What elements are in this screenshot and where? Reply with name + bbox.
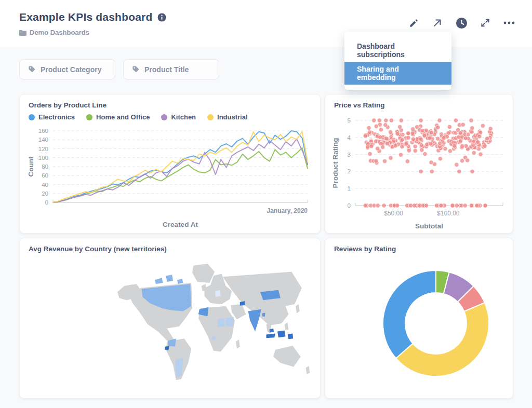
legend-item-industrial[interactable]: Industrial	[207, 113, 248, 121]
card-title[interactable]: Avg Revenue by Country (new territories)	[29, 245, 167, 253]
card-title[interactable]: Reviews by Rating	[334, 245, 396, 253]
share-arrow-icon[interactable]	[431, 17, 444, 29]
svg-text:4: 4	[348, 134, 351, 141]
svg-text:January, 2020: January, 2020	[267, 207, 308, 214]
legend-label: Industrial	[217, 113, 248, 121]
country-shape	[212, 336, 216, 340]
world-choropleth-map[interactable]	[114, 255, 317, 391]
card-orders-by-product-line: Orders by Product Line ElectronicsHome a…	[19, 94, 321, 234]
info-icon[interactable]	[157, 13, 166, 22]
menu-item-dashboard-subscriptions[interactable]: Dashboard subscriptions	[344, 39, 451, 62]
country-shape	[226, 317, 234, 327]
country-shape	[165, 346, 169, 350]
collection-folder-icon	[19, 30, 26, 36]
svg-text:1: 1	[348, 185, 351, 192]
filter-bar: Product Category Product Title	[19, 59, 219, 79]
svg-text:Subtotal: Subtotal	[415, 222, 443, 230]
country-shape	[215, 290, 221, 297]
svg-text:3: 3	[348, 152, 351, 158]
svg-text:2: 2	[348, 168, 351, 174]
svg-text:60: 60	[42, 172, 48, 179]
legend-swatch	[86, 114, 92, 120]
card-title[interactable]: Price vs Rating	[334, 101, 385, 109]
svg-text:20: 20	[42, 191, 48, 197]
legend-item-kitchen[interactable]: Kitchen	[161, 113, 196, 121]
card-avg-revenue-by-country: Avg Revenue by Country (new territories)…	[19, 238, 321, 399]
legend-swatch	[29, 114, 35, 120]
country-shape	[218, 318, 225, 327]
legend-label: Electronics	[38, 113, 75, 121]
header-actions	[407, 17, 515, 29]
svg-text:140: 140	[38, 137, 48, 143]
price-rating-scatter-chart[interactable]: 012345$50.00$100.00SubtotalProduct Ratin…	[331, 113, 508, 232]
country-shape	[267, 333, 276, 338]
legend-swatch	[161, 114, 167, 120]
svg-text:100: 100	[38, 155, 48, 161]
dashboard-header: Example KPIs dashboard Demo Dashboards	[0, 0, 532, 47]
country-shape	[166, 275, 173, 282]
svg-text:$100.00: $100.00	[437, 210, 460, 217]
country-shape	[287, 333, 293, 339]
legend-item-electronics[interactable]: Electronics	[29, 113, 75, 121]
svg-text:0: 0	[348, 202, 351, 209]
legend-label: Home and Office	[96, 113, 150, 121]
orders-line-chart[interactable]: 020406080100120140160January, 2020Create…	[26, 126, 315, 232]
card-reviews-by-rating: Reviews by Rating 12345 1,112 TOTAL	[325, 238, 513, 399]
filter-label: Product Title	[144, 65, 189, 74]
reviews-donut-chart[interactable]	[381, 268, 491, 378]
legend-item-home-and-office[interactable]: Home and Office	[86, 113, 150, 121]
sharing-dropdown-menu: Dashboard subscriptions Sharing and embe…	[344, 32, 451, 90]
tag-icon	[132, 65, 140, 73]
svg-text:0: 0	[45, 199, 48, 206]
card-title[interactable]: Orders by Product Line	[29, 101, 107, 109]
breadcrumb[interactable]: Demo Dashboards	[19, 29, 89, 36]
svg-text:$50.00: $50.00	[384, 210, 403, 217]
svg-text:160: 160	[38, 128, 48, 134]
country-shape	[248, 309, 261, 332]
time-history-icon[interactable]	[455, 17, 468, 29]
legend-swatch	[207, 114, 214, 120]
legend-label: Kitchen	[171, 113, 196, 121]
card-price-vs-rating: Price vs Rating 012345$50.00$100.00Subto…	[325, 94, 513, 234]
page-title: Example KPIs dashboard	[19, 11, 152, 23]
line-chart-legend: ElectronicsHome and OfficeKitchenIndustr…	[29, 113, 248, 121]
country-shape	[262, 313, 265, 317]
more-options-icon[interactable]	[503, 17, 515, 29]
tag-icon	[28, 65, 36, 73]
filter-product-category[interactable]: Product Category	[19, 59, 115, 79]
breadcrumb-label: Demo Dashboards	[30, 29, 89, 36]
filter-label: Product Category	[41, 65, 101, 74]
country-shape	[155, 278, 163, 284]
country-shape	[240, 301, 245, 306]
fullscreen-icon[interactable]	[479, 17, 491, 29]
filter-product-title[interactable]: Product Title	[123, 59, 219, 79]
dashboard-page: Example KPIs dashboard Demo Dashboards	[0, 0, 532, 408]
edit-pencil-icon[interactable]	[407, 17, 420, 29]
menu-item-sharing-and-embedding[interactable]: Sharing and embedding	[344, 62, 451, 85]
svg-text:40: 40	[42, 182, 48, 188]
svg-text:Created At: Created At	[163, 221, 198, 228]
svg-text:5: 5	[348, 117, 351, 124]
svg-text:Product Rating: Product Rating	[331, 138, 339, 188]
svg-text:80: 80	[42, 164, 48, 170]
country-shape	[277, 331, 286, 338]
svg-text:120: 120	[38, 146, 48, 152]
svg-text:Count: Count	[27, 156, 35, 176]
country-shape	[177, 279, 183, 284]
